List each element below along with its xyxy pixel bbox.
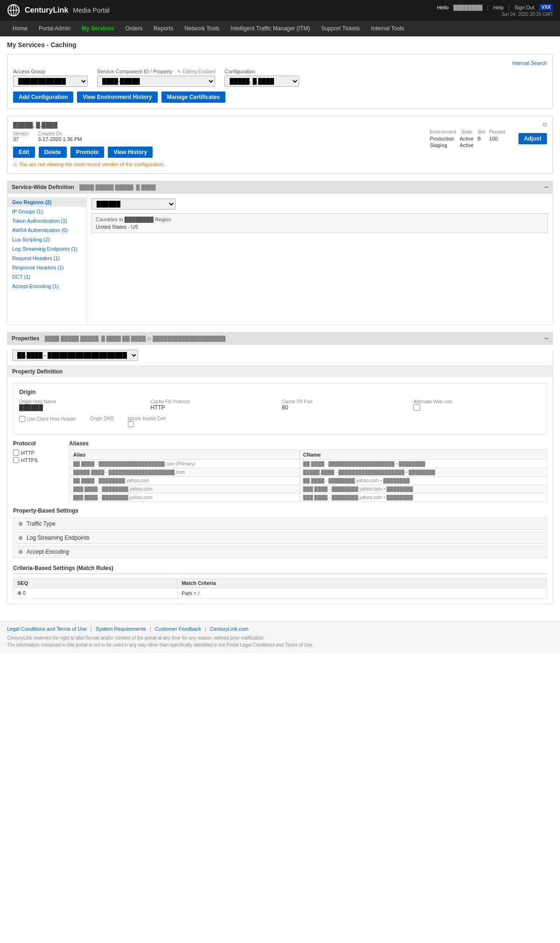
swd-item-log-streaming[interactable]: Log Streaming Endpoints (1): [7, 244, 86, 253]
table-row: ██.████ - ████████████████████.com (Prim…: [70, 460, 547, 468]
delete-button[interactable]: Delete: [39, 147, 67, 158]
header-logo: CenturyLink Media Portal: [7, 4, 110, 17]
configuration-select[interactable]: █████, █.████: [224, 76, 299, 87]
view-history-button[interactable]: View History: [108, 147, 153, 158]
view-environment-history-button[interactable]: View Environment History: [77, 91, 157, 103]
pbs-accept-encoding: ⊕ Accept-Encoding: [13, 546, 547, 558]
properties-body: ██.████ - ████████████████████ Property …: [7, 350, 553, 605]
pbs-traffic-type-header[interactable]: ⊕ Traffic Type: [14, 518, 546, 529]
property-definition-body: Origin Origin Host Name ██████ Cache Fil…: [7, 377, 553, 604]
scid-label: Service Component ID / Property Editing …: [97, 69, 215, 74]
table-row: ⊕ 0 Path = /: [14, 588, 547, 598]
config-card: ⧉ █████, █.████ Version 37 Created On 3-…: [7, 116, 553, 174]
toolbar-buttons: Add Configuration View Environment Histo…: [13, 91, 547, 103]
ignore-invalid-cert-field: Ignore Invalid Cert: [128, 416, 166, 429]
nav-my-services[interactable]: My Services: [76, 21, 119, 36]
table-row: ███.████ - ████████.yahoo.com ███.████ -…: [70, 493, 547, 502]
portal-name: Media Portal: [73, 7, 110, 14]
nav-home[interactable]: Home: [7, 21, 33, 36]
swd-item-dct[interactable]: DCT (1): [7, 272, 86, 281]
swd-item-geo-regions[interactable]: Geo Regions (2): [7, 197, 86, 207]
swd-item-accept-encoding[interactable]: Accept-Encoding (1): [7, 281, 86, 291]
pbs-title: Property-Based Settings: [13, 507, 547, 514]
scid-select[interactable]: ████-█████: [97, 76, 215, 87]
footer-centurylink-link[interactable]: CenturyLink.com: [210, 626, 249, 632]
edit-button[interactable]: Edit: [13, 147, 35, 158]
access-group-label: Access Group: [13, 69, 88, 74]
header-badge: VXX: [539, 4, 553, 11]
origin-grid: Origin Host Name ██████ Cache Fill Proto…: [19, 399, 541, 412]
footer-legal-link[interactable]: Legal Conditions and Terms of Use: [7, 626, 87, 632]
swd-section: Service-Wide Definition ████ █████ █████…: [7, 181, 553, 325]
promote-button[interactable]: Promote: [70, 147, 105, 158]
expand-icon: ⊕: [18, 535, 23, 541]
cache-fill-port-field: Cache Fill Port 80: [282, 399, 410, 412]
table-row: Staging Active: [430, 142, 509, 148]
nav-network-tools[interactable]: Network Tools: [179, 21, 225, 36]
config-right-panel: Environment State Slot Percent Productio…: [430, 128, 547, 148]
nav-support-tickets[interactable]: Support Tickets: [315, 21, 365, 36]
swd-container: Geo Regions (2) IP Groups (1) Token Auth…: [7, 194, 553, 324]
swd-item-response-headers[interactable]: Response Headers (1): [7, 263, 86, 272]
main-nav: Home Portal Admin My Services Orders Rep…: [0, 21, 560, 36]
access-group-select[interactable]: ████████████: [13, 76, 88, 87]
property-select[interactable]: ██.████ - ████████████████████: [12, 350, 138, 361]
properties-toggle[interactable]: −: [545, 335, 548, 342]
geo-region-select[interactable]: ██████: [91, 198, 175, 210]
swd-item-request-headers[interactable]: Request Headers (1): [7, 253, 86, 263]
footer-customer-feedback-link[interactable]: Customer Feedback: [155, 626, 201, 632]
pbs-log-streaming-label: Log Streaming Endpoints: [27, 535, 90, 541]
ignore-invalid-cert-checkbox[interactable]: [128, 421, 134, 427]
help-link[interactable]: Help: [493, 5, 504, 10]
nav-internal-tools[interactable]: Internal Tools: [365, 21, 410, 36]
swd-toggle[interactable]: −: [545, 183, 548, 191]
adjust-button[interactable]: Adjust: [518, 133, 547, 144]
swd-item-token-auth[interactable]: Token Authentication (1): [7, 216, 86, 225]
origin-title: Origin: [19, 389, 541, 395]
internal-search-link[interactable]: Internal Search: [512, 60, 547, 66]
nav-itm[interactable]: Intelligent Traffic Manager (ITM): [225, 21, 315, 36]
https-checkbox[interactable]: [13, 457, 19, 463]
nav-portal-admin[interactable]: Portal Admin: [33, 21, 76, 36]
criteria-section: Criteria-Based Settings (Match Rules) SE…: [13, 565, 547, 598]
pbs-accept-encoding-header[interactable]: ⊕ Accept-Encoding: [14, 546, 546, 557]
swd-subtitle: ████ █████ █████, █.████: [79, 184, 155, 190]
swd-item-lua[interactable]: Lua Scripting (2): [7, 235, 86, 244]
filter-form-row: Access Group ████████████ Service Compon…: [13, 69, 547, 87]
prop-def-title: Property Definition: [12, 368, 63, 375]
greeting-label: Hello: [437, 5, 448, 10]
expand-icon: ⊕: [17, 590, 21, 596]
manage-certificates-button[interactable]: Manage Certificates: [161, 91, 225, 103]
copy-icon[interactable]: ⧉: [543, 121, 547, 128]
property-dropdown-row: ██.████ - ████████████████████: [12, 350, 548, 361]
created-on-field: Created On 3-17-2020 1:36 PM: [38, 131, 82, 142]
nav-reports[interactable]: Reports: [148, 21, 179, 36]
aliases-table: Alias CName ██.████ - ██████████████████…: [69, 450, 547, 502]
criteria-table: SEQ Match Criteria ⊕ 0 Path = /: [13, 578, 547, 598]
table-row: ██.████ - ████████.yahoo.com ██.████ - █…: [70, 477, 547, 485]
swd-item-aws4-auth[interactable]: AWS4 Authentication (0): [7, 225, 86, 235]
geo-dropdown: ██████: [91, 198, 548, 210]
http-checkbox[interactable]: [13, 450, 19, 456]
use-client-host-checkbox[interactable]: [19, 416, 25, 422]
swd-item-ip-groups[interactable]: IP Groups (1): [7, 207, 86, 216]
criteria-title: Criteria-Based Settings (Match Rules): [13, 565, 547, 574]
table-row: █████.████ - ████████████████████.com ██…: [70, 468, 547, 477]
alt-webroot-checkbox[interactable]: [413, 404, 420, 411]
add-configuration-button[interactable]: Add Configuration: [13, 91, 73, 103]
pbs-log-streaming-header[interactable]: ⊕ Log Streaming Endpoints: [14, 532, 546, 543]
editing-enabled-label: Editing Enabled: [177, 69, 215, 74]
nav-orders[interactable]: Orders: [119, 21, 148, 36]
use-client-host-field: Use Client Host Header: [19, 416, 76, 429]
environment-table: Environment State Slot Percent Productio…: [430, 128, 509, 148]
footer-system-req-link[interactable]: System Requirements: [96, 626, 146, 632]
scid-field: Service Component ID / Property Editing …: [97, 69, 215, 87]
table-row: Production Active B 100: [430, 135, 509, 142]
expand-icon: ⊕: [18, 549, 23, 555]
expand-icon: ⊕: [18, 521, 23, 527]
config-action-buttons: Edit Delete Promote View History: [13, 147, 165, 158]
signout-link[interactable]: Sign Out: [514, 5, 534, 10]
centurylink-logo-icon: [7, 4, 20, 17]
header-date: Jun 04, 2020 20:25 GMT: [501, 12, 553, 17]
percent-header: Percent: [489, 128, 509, 135]
